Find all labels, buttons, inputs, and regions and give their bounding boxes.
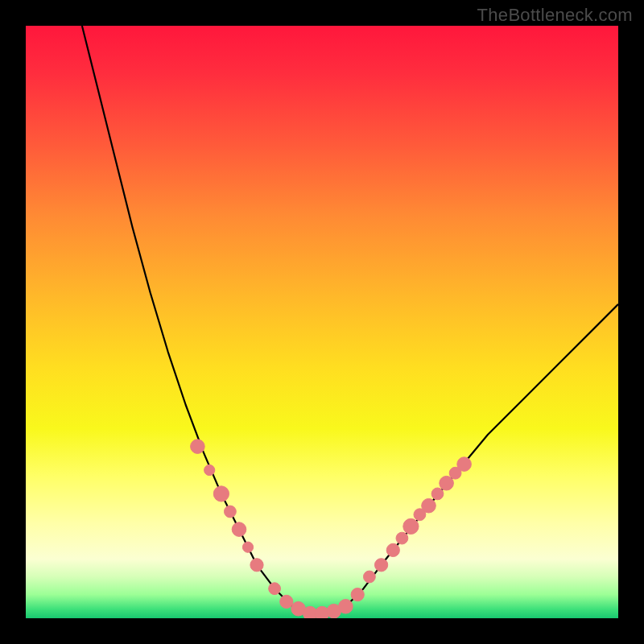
data-marker xyxy=(440,476,454,490)
data-marker xyxy=(191,440,205,454)
chart-frame: TheBottleneck.com xyxy=(0,0,644,644)
data-marker xyxy=(204,464,215,475)
plot-area xyxy=(26,26,618,618)
data-marker xyxy=(232,522,246,537)
data-marker xyxy=(364,571,376,583)
bottleneck-curve xyxy=(26,26,618,618)
data-marker xyxy=(386,543,399,556)
data-marker xyxy=(213,486,229,502)
data-marker xyxy=(457,457,472,472)
data-marker xyxy=(403,518,419,534)
data-marker xyxy=(351,588,364,601)
data-marker xyxy=(280,595,293,608)
data-marker xyxy=(396,532,408,544)
data-marker xyxy=(431,488,444,500)
data-marker xyxy=(242,542,253,552)
data-marker xyxy=(375,559,388,572)
data-marker xyxy=(269,583,281,595)
data-marker xyxy=(225,506,237,518)
data-marker xyxy=(422,498,436,513)
data-marker xyxy=(339,600,353,614)
data-marker xyxy=(250,559,263,572)
watermark-text: TheBottleneck.com xyxy=(477,5,633,26)
